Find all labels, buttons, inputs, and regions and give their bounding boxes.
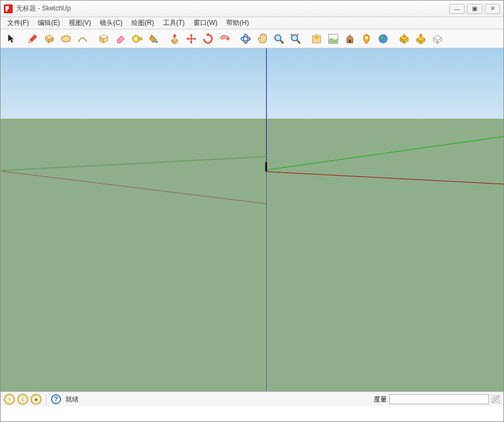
close-button[interactable]: ✕ <box>485 4 500 14</box>
circle-icon <box>60 33 72 45</box>
measure-input[interactable] <box>389 394 489 404</box>
axis-z-positive <box>266 48 267 171</box>
status-text: 就绪 <box>63 395 79 404</box>
orbit-icon <box>240 33 252 45</box>
eraser-icon <box>114 33 126 45</box>
pan-icon <box>256 33 268 45</box>
svg-point-7 <box>275 34 281 40</box>
arc-icon <box>77 33 89 45</box>
menu-edit[interactable]: 编辑(E) <box>33 17 64 29</box>
svg-point-2 <box>134 37 138 40</box>
svg-point-8 <box>292 34 298 40</box>
user-toggle[interactable]: ● <box>30 394 42 405</box>
paint-bucket-tool[interactable] <box>146 31 161 47</box>
menu-help[interactable]: 帮助(H) <box>222 17 253 29</box>
menubar: 文件(F) 编辑(E) 视图(V) 镜头(C) 绘图(R) 工具(T) 窗口(W… <box>1 17 503 29</box>
arc-tool[interactable] <box>75 31 90 47</box>
statusbar: ♀ i ● ? 就绪 度量 <box>1 392 503 406</box>
preview-earth-tool[interactable] <box>375 31 391 47</box>
svg-point-12 <box>365 36 368 39</box>
pan-tool[interactable] <box>254 31 270 47</box>
svg-point-0 <box>62 35 71 42</box>
help-icon[interactable]: ? <box>51 394 61 404</box>
rotate-icon <box>202 33 214 45</box>
move-tool[interactable] <box>184 31 199 47</box>
rotate-tool[interactable] <box>200 31 216 47</box>
menu-view[interactable]: 视图(V) <box>64 17 95 29</box>
instructor-toggle[interactable]: ♀ <box>4 394 15 405</box>
make-component-tool[interactable] <box>96 31 111 47</box>
building-icon <box>344 33 356 45</box>
photo-textures-tool[interactable] <box>359 31 374 47</box>
maximize-button[interactable]: ▣ <box>467 4 482 14</box>
move-icon <box>185 33 197 45</box>
extension-tool[interactable] <box>430 31 445 47</box>
preview-earth-icon <box>377 33 389 45</box>
offset-icon <box>218 33 231 45</box>
extension-icon <box>431 33 444 45</box>
warehouse-get-icon <box>310 33 323 45</box>
toggle-terrain-tool[interactable] <box>325 31 341 47</box>
toggle-terrain-icon <box>327 33 339 45</box>
svg-point-13 <box>379 34 388 43</box>
scale-figure <box>264 162 268 172</box>
warehouse-download-icon <box>398 33 410 45</box>
circle-tool[interactable] <box>58 31 74 47</box>
push-pull-icon <box>169 33 181 45</box>
minimize-button[interactable]: — <box>449 4 465 14</box>
select-tool[interactable] <box>4 31 19 47</box>
eraser-tool[interactable] <box>113 31 128 47</box>
viewport[interactable] <box>1 48 503 392</box>
menu-file[interactable]: 文件(F) <box>3 17 33 29</box>
menu-window[interactable]: 窗口(W) <box>189 17 222 29</box>
warehouse-download-tool[interactable] <box>396 31 412 47</box>
measure-label: 度量 <box>374 395 387 404</box>
warehouse-upload-tool[interactable] <box>413 31 429 47</box>
menu-tools[interactable]: 工具(T) <box>159 17 189 29</box>
zoom-extents-icon <box>289 33 302 45</box>
zoom-extents-tool[interactable] <box>288 31 303 47</box>
svg-rect-11 <box>349 39 351 43</box>
svg-rect-3 <box>139 38 142 40</box>
zoom-tool[interactable] <box>271 31 287 47</box>
window-title: 无标题 - SketchUp <box>16 4 449 13</box>
tape-measure-tool[interactable] <box>129 31 145 47</box>
push-pull-tool[interactable] <box>167 31 182 47</box>
toolbar <box>1 29 503 48</box>
rectangle-tool[interactable] <box>42 31 57 47</box>
paint-bucket-icon <box>147 33 160 45</box>
photo-textures-icon <box>360 33 373 45</box>
orbit-tool[interactable] <box>238 31 253 47</box>
ground-background <box>1 119 503 392</box>
pencil-icon <box>27 33 39 45</box>
sky-background <box>1 48 503 119</box>
make-component-icon <box>98 33 110 45</box>
zoom-icon <box>273 33 285 45</box>
line-tool[interactable] <box>25 31 40 47</box>
warehouse-upload-icon <box>415 33 427 45</box>
resize-grip[interactable] <box>491 395 500 404</box>
select-icon <box>6 33 18 45</box>
window-controls: — ▣ ✕ <box>449 4 500 14</box>
offset-tool[interactable] <box>217 31 232 47</box>
get-models-tool[interactable] <box>309 31 324 47</box>
rectangle-icon <box>43 33 55 45</box>
menu-draw[interactable]: 绘图(R) <box>127 17 159 29</box>
svg-point-4 <box>155 40 159 43</box>
menu-camera[interactable]: 镜头(C) <box>95 17 127 29</box>
titlebar: 无标题 - SketchUp — ▣ ✕ <box>1 1 503 17</box>
axis-z-negative <box>266 171 267 392</box>
app-icon <box>4 4 13 13</box>
info-toggle[interactable]: i <box>17 394 28 405</box>
tape-measure-icon <box>131 33 143 45</box>
building-tool[interactable] <box>342 31 358 47</box>
separator <box>46 394 47 404</box>
